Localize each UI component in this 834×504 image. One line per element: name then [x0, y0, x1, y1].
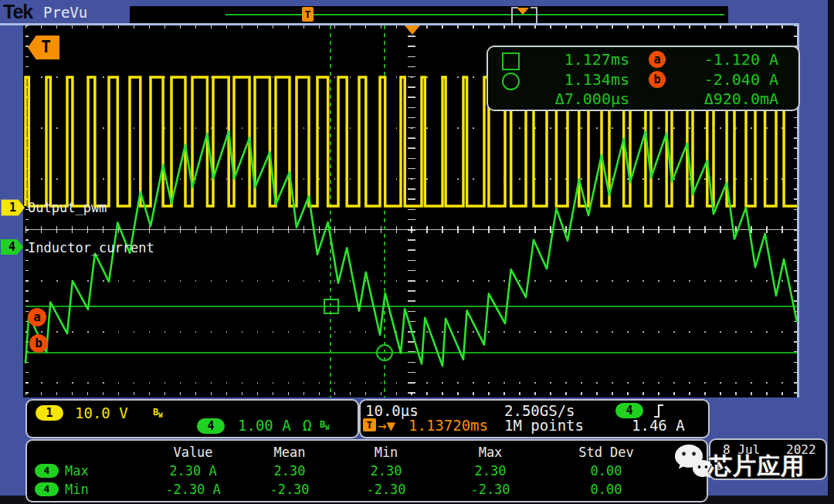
trigger-position-icon[interactable] — [405, 25, 420, 35]
meas-name: Min — [65, 482, 89, 497]
row-label: 4 Min — [35, 482, 143, 497]
meas-min: -2.30 — [336, 482, 436, 497]
cursor-1-square-marker[interactable] — [324, 299, 339, 314]
cursor-a-readout-badge: a — [649, 51, 666, 68]
ch1-bandwidth-icon: BW — [153, 407, 163, 419]
record-waveform-line — [225, 14, 724, 15]
meas-max: -2.30 — [436, 482, 544, 497]
wechat-icon — [673, 443, 714, 483]
acquisition-mode-label: PreVu — [43, 4, 87, 21]
graticule-dot-row — [25, 127, 797, 129]
bw-w: W — [158, 411, 162, 419]
cursor-readout-box: 1.127ms 1.134ms Δ7.000μs a b -1.120 A -2… — [486, 46, 800, 111]
meas-max: 2.30 — [436, 463, 544, 479]
cursor-a-badge[interactable]: a — [28, 308, 46, 326]
ch4-pill: 4 — [35, 482, 59, 496]
meas-min: 2.30 — [336, 463, 436, 479]
meas-std: 0.00 — [544, 482, 668, 497]
graticule-dot-row — [25, 280, 797, 282]
graticule-dot-row — [25, 382, 797, 384]
cursor-1-square-icon — [502, 52, 520, 70]
cursor-2-time: 1.134ms — [533, 69, 629, 90]
cursor-b-readout-badge: b — [649, 71, 666, 88]
meas-mean: -2.30 — [243, 482, 336, 497]
tek-logo: Tek — [3, 1, 32, 23]
watermark-text: 芯片应用 — [709, 451, 805, 482]
record-length: 1M points — [504, 417, 584, 434]
view-window-position-icon — [517, 8, 529, 15]
record-overview-bar — [130, 6, 728, 23]
meas-name: Max — [65, 463, 89, 479]
ch1-waveform-label: Output_pwm — [28, 200, 107, 215]
wechat-watermark: 芯片应用 — [673, 443, 834, 489]
ch4-pill[interactable]: 4 — [197, 418, 225, 434]
ch4-coupling-icon: Ω — [303, 417, 311, 434]
col-max: Max — [436, 445, 544, 460]
ch4-pill: 4 — [35, 464, 59, 478]
down-triangle-icon: ▼ — [386, 417, 395, 434]
meas-value: -2.30 A — [143, 482, 243, 497]
view-window-bracket-right[interactable] — [531, 7, 537, 25]
measurement-row-max[interactable]: 4 Max 2.30 A 2.30 2.30 2.30 0.00 — [35, 461, 699, 480]
cursor-2-circle-icon — [502, 73, 520, 90]
graticule-dot-row — [25, 178, 797, 180]
col-mean: Mean — [243, 445, 336, 460]
cursor-b-value: -2.040 A — [670, 69, 778, 90]
meas-mean: 2.30 — [243, 463, 336, 479]
cursor-b-hline[interactable] — [25, 352, 797, 353]
horizontal-trigger-box[interactable]: 10.0μs 2.50GS/s 4 T →▼ 1.13720ms 1M poin… — [359, 399, 710, 438]
ch4-bandwidth-icon: BW — [320, 419, 330, 431]
col-value: Value — [143, 445, 243, 460]
trigger-delay-t-icon: T — [363, 418, 376, 431]
oscilloscope-screen: Tek PreVu T T 1 4 Output_pwm Inductor_cu… — [0, 0, 834, 504]
cursor-1-time: 1.127ms — [533, 49, 629, 69]
col-min: Min — [336, 445, 436, 460]
ch1-pill[interactable]: 1 — [36, 405, 63, 421]
cursor-1-vline[interactable] — [330, 25, 331, 397]
arrow-icon: → — [378, 417, 386, 434]
cursor-delta-value: Δ920.0mA — [670, 89, 778, 109]
ch1-scale: 10.0 V — [75, 404, 128, 421]
bw-w: W — [325, 424, 329, 431]
measurement-table: Value Mean Min Max Std Dev 4 Max 2.30 A … — [25, 439, 708, 502]
row-label: 4 Max — [35, 463, 143, 479]
center-vertical-axis-ticks — [408, 25, 415, 397]
cursor-2-vline[interactable] — [384, 25, 385, 397]
cursor-a-hline[interactable] — [25, 306, 797, 307]
trigger-source-pill[interactable]: 4 — [615, 403, 643, 418]
vertical-scale-box[interactable]: 1 10.0 V BW 4 1.00 A Ω BW — [25, 399, 359, 438]
measurement-row-min[interactable]: 4 Min -2.30 A -2.30 -2.30 -2.30 0.00 — [35, 479, 699, 499]
trigger-delay-arrow: →▼ — [378, 417, 395, 434]
trigger-delay-value: 1.13720ms — [409, 417, 488, 434]
trigger-level-value: 1.46 A — [632, 417, 685, 434]
ch4-scale: 1.00 A — [238, 417, 291, 434]
meas-value: 2.30 A — [143, 463, 243, 479]
record-trigger-position-marker[interactable]: T — [302, 7, 314, 22]
cursor-delta-time: Δ7.000μs — [533, 89, 629, 109]
cursor-2-circle-marker[interactable] — [376, 344, 393, 361]
cursor-a-value: -1.120 A — [670, 49, 778, 69]
ch4-waveform-label: Inductor_current — [28, 240, 154, 255]
measurement-header-row: Value Mean Min Max Std Dev — [35, 442, 699, 462]
col-stddev: Std Dev — [544, 445, 668, 460]
meas-std: 0.00 — [544, 463, 668, 479]
cursor-b-badge[interactable]: b — [29, 334, 48, 353]
graticule-dot-row — [25, 331, 797, 333]
